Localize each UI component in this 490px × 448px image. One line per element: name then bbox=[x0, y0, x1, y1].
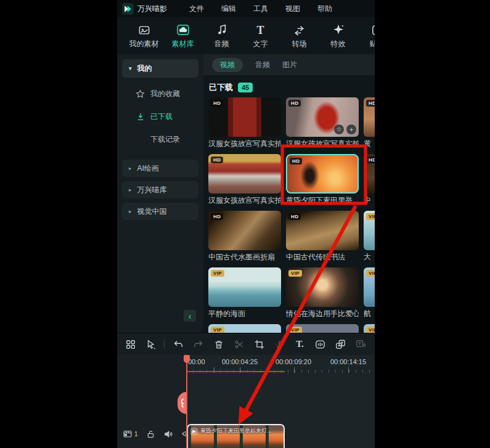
vip-badge: VIP bbox=[366, 270, 375, 277]
media-type-tabs: 视频 音频 图片 bbox=[203, 54, 375, 75]
clip-header: ▶ 黄昏夕阳下麦田里举起来灯... bbox=[190, 427, 272, 435]
favorite-button[interactable]: ☆ bbox=[334, 124, 344, 134]
crop-button[interactable] bbox=[249, 336, 269, 352]
vip-badge: VIP bbox=[366, 213, 375, 220]
sidebar-group-visual-china[interactable]: ▸ 视觉中国 bbox=[122, 203, 198, 220]
redo-button[interactable] bbox=[188, 336, 208, 352]
tab-label: 素材库 bbox=[172, 39, 194, 49]
media-card[interactable]: HD 汉服女孩故宫写真实拍 bbox=[208, 97, 281, 148]
sidebar-group-wondershare-lib[interactable]: ▸ 万兴喵库 bbox=[122, 181, 198, 198]
menubar: 万兴喵影 文件 编辑 工具 视图 帮助 bbox=[117, 0, 375, 17]
audio-detach-button[interactable] bbox=[269, 336, 290, 352]
track-number: 1 bbox=[134, 431, 138, 438]
track-mute-icon[interactable] bbox=[163, 430, 173, 439]
ruler-clip-extent bbox=[186, 371, 285, 372]
media-card-label: 汉服女孩故宫写真实拍 bbox=[208, 196, 281, 205]
playhead-cap[interactable] bbox=[184, 355, 190, 363]
tab-library[interactable]: 素材库 bbox=[163, 22, 202, 49]
media-card[interactable]: VIP bbox=[286, 324, 359, 333]
media-card[interactable]: VIP 情侣在海边用手比爱心 bbox=[286, 267, 359, 318]
video-thumbnail[interactable]: VIP bbox=[208, 324, 281, 333]
menu-tools[interactable]: 工具 bbox=[245, 4, 277, 14]
media-card[interactable]: HD 黄 bbox=[364, 97, 375, 148]
sidebar-item-favorites[interactable]: 我的收藏 bbox=[117, 83, 203, 105]
timeline-ruler[interactable]: 00:00 00:00:04:25 00:00:09:20 00:00:14:1… bbox=[186, 355, 375, 373]
track-controls: 1 bbox=[123, 429, 192, 439]
playhead[interactable] bbox=[186, 355, 187, 448]
tab-text[interactable]: T 文字 bbox=[241, 22, 280, 49]
media-card[interactable]: HD 中国古代传统书法 bbox=[286, 211, 359, 261]
media-tab-audio[interactable]: 音频 bbox=[255, 60, 270, 70]
media-card[interactable]: VIP 平静的海面 bbox=[208, 267, 281, 318]
video-thumbnail[interactable]: VIP bbox=[364, 324, 375, 333]
media-tab-image[interactable]: 图片 bbox=[282, 60, 297, 70]
media-card[interactable]: VIP 航 bbox=[364, 267, 375, 318]
sidebar-group-ai-painting[interactable]: ▸ AI绘画 bbox=[122, 160, 198, 177]
timeline: 00:00 00:00:04:25 00:00:09:20 00:00:14:1… bbox=[117, 355, 375, 448]
sidebar-group-label: 视觉中国 bbox=[137, 206, 167, 217]
video-thumbnail[interactable]: VIP bbox=[286, 324, 359, 333]
video-thumbnail[interactable]: HD bbox=[208, 154, 281, 193]
timecode: 00:00 bbox=[188, 358, 205, 365]
sidebar-collapse-button[interactable]: ‹ bbox=[184, 310, 196, 322]
video-thumbnail[interactable]: HD bbox=[208, 211, 281, 250]
sidebar-group-my[interactable]: ▾ 我的 bbox=[122, 59, 198, 78]
text-to-speech-button[interactable] bbox=[351, 336, 371, 352]
layout-grid-button[interactable] bbox=[120, 336, 141, 352]
media-tab-video[interactable]: 视频 bbox=[212, 58, 243, 72]
delete-button[interactable] bbox=[208, 336, 229, 352]
add-text-button[interactable]: T. bbox=[290, 336, 310, 352]
media-card[interactable]: VIP 大 bbox=[364, 211, 375, 261]
menu-help[interactable]: 帮助 bbox=[309, 4, 341, 14]
tab-my-media[interactable]: 我的素材 bbox=[125, 22, 163, 49]
media-card-label: 情侣在海边用手比爱心 bbox=[286, 309, 359, 318]
timecode: 00:00:04:25 bbox=[222, 358, 258, 365]
text-icon: T bbox=[256, 22, 264, 36]
top-tabbar: 我的素材 素材库 音频 T 文字 转场 特效 bbox=[117, 17, 375, 54]
speech-to-text-button[interactable] bbox=[330, 336, 351, 352]
tab-transition[interactable]: 转场 bbox=[280, 22, 319, 49]
tab-effects[interactable]: 特效 bbox=[319, 22, 357, 49]
sidebar-item-downloaded[interactable]: 已下载 bbox=[117, 105, 203, 128]
library-content: 视频 音频 图片 已下载 45 HD 汉服女孩故宫写真实拍 HD bbox=[203, 54, 375, 333]
video-thumbnail[interactable]: VIP bbox=[208, 267, 281, 307]
video-thumbnail[interactable]: VIP bbox=[364, 211, 375, 250]
tab-stickers[interactable]: 贴纸 bbox=[357, 22, 375, 49]
media-card[interactable]: HD ☆ ＋ 汉服女孩故宫写真实拍 bbox=[286, 97, 359, 148]
section-title: 已下载 bbox=[209, 82, 233, 93]
app-logo-icon bbox=[122, 3, 134, 15]
media-card[interactable]: VIP bbox=[208, 324, 281, 333]
cut-button[interactable] bbox=[229, 336, 249, 352]
video-thumbnail[interactable]: VIP bbox=[364, 267, 375, 307]
add-to-timeline-button[interactable]: ＋ bbox=[346, 124, 356, 134]
vip-badge: VIP bbox=[288, 327, 302, 333]
video-thumbnail[interactable]: HD ☆ ＋ bbox=[286, 97, 359, 137]
tab-label: 贴纸 bbox=[370, 39, 375, 49]
tab-audio[interactable]: 音频 bbox=[202, 22, 241, 49]
video-thumbnail[interactable]: VIP bbox=[286, 267, 359, 307]
menu-view[interactable]: 视图 bbox=[277, 4, 309, 14]
media-card[interactable]: VIP bbox=[364, 324, 375, 333]
select-tool-button[interactable] bbox=[141, 336, 161, 352]
video-thumbnail[interactable]: HD bbox=[208, 97, 281, 137]
editing-toolbar: T. bbox=[117, 333, 375, 355]
video-thumbnail[interactable]: HD bbox=[364, 97, 375, 137]
video-thumbnail[interactable]: HD bbox=[286, 211, 359, 250]
media-card[interactable]: HD 中 bbox=[364, 154, 375, 205]
timeline-clip[interactable]: ▶ 黄昏夕阳下麦田里举起来灯... bbox=[187, 424, 285, 448]
video-thumbnail-selected[interactable]: HD bbox=[286, 154, 359, 193]
media-card-selected[interactable]: HD 黄昏夕阳下麦田里举... bbox=[286, 154, 359, 205]
hd-badge: HD bbox=[366, 157, 375, 163]
video-thumbnail[interactable]: HD bbox=[364, 154, 375, 193]
menu-edit[interactable]: 编辑 bbox=[213, 4, 245, 14]
track-lock-icon[interactable] bbox=[146, 430, 155, 439]
caret-right-icon: ▸ bbox=[129, 208, 132, 214]
media-card-label: 汉服女孩故宫写真实拍 bbox=[286, 139, 359, 148]
media-card[interactable]: HD 汉服女孩故宫写真实拍 bbox=[208, 154, 281, 205]
undo-button[interactable] bbox=[168, 336, 188, 352]
menu-file[interactable]: 文件 bbox=[181, 4, 213, 14]
sidebar-item-download-history[interactable]: 下载记录 bbox=[117, 128, 203, 151]
media-card[interactable]: HD 中国古代水墨画折扇 bbox=[208, 211, 281, 261]
media-card-label: 黄 bbox=[364, 139, 375, 148]
voiceover-button[interactable] bbox=[310, 336, 330, 352]
